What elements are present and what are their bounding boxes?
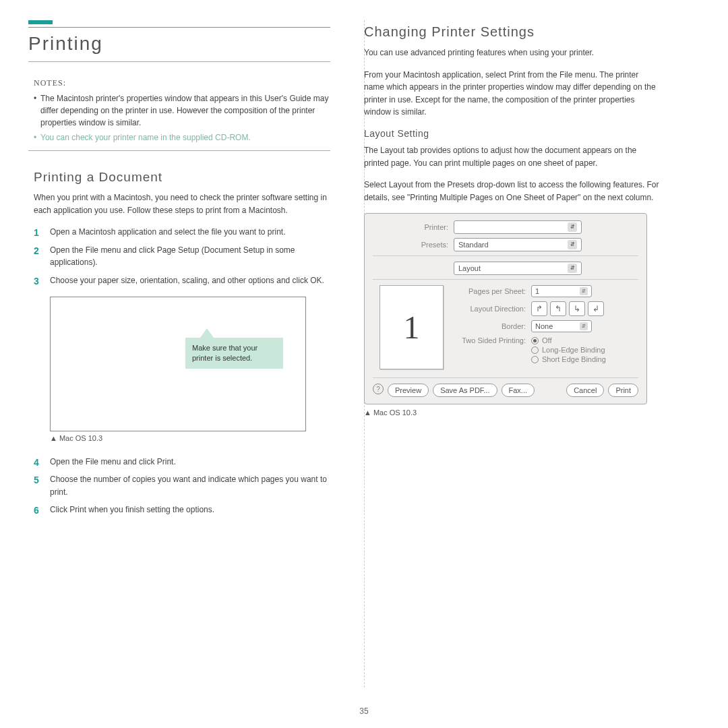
pages-per-sheet-value: 1 — [535, 287, 539, 295]
cancel-button[interactable]: Cancel — [566, 384, 604, 397]
radio-icon — [531, 337, 539, 344]
right-column: Changing Printer Settings You can use ad… — [364, 20, 661, 694]
caption-text: Mac OS 10.3 — [373, 408, 417, 417]
subsection-heading: Layout Setting — [364, 128, 661, 139]
page-preview: 1 — [380, 285, 444, 369]
figure-caption: Mac OS 10.3 — [364, 408, 661, 417]
help-button[interactable]: ? — [373, 384, 384, 394]
section-heading: Printing — [28, 33, 330, 55]
chevron-updown-icon: ⇵ — [580, 322, 588, 330]
two-sided-label: Two Sided Printing: — [457, 336, 531, 344]
radio-icon — [531, 346, 539, 354]
presets-label: Presets: — [373, 241, 454, 249]
notes-list: The Macintosh printer's properties windo… — [34, 92, 330, 144]
step-item: Choose the number of copies you want and… — [34, 473, 330, 498]
intro-paragraph: When you print with a Macintosh, you nee… — [34, 191, 330, 216]
save-as-pdf-button[interactable]: Save As PDF... — [433, 384, 497, 397]
chevron-updown-icon: ⇵ — [568, 222, 577, 232]
note-item-highlight: You can check your printer name in the s… — [34, 131, 330, 144]
rule — [28, 150, 330, 151]
chevron-updown-icon: ⇵ — [580, 287, 588, 295]
step-item: Open a Macintosh application and select … — [34, 226, 330, 239]
step-item: Open the File menu and click Print. — [34, 456, 330, 468]
radio-icon — [531, 356, 539, 363]
presets-select[interactable]: Standard ⇵ — [454, 238, 582, 251]
radio-off[interactable]: Off — [531, 336, 606, 344]
presets-value: Standard — [458, 241, 489, 249]
preview-number: 1 — [404, 309, 420, 346]
chevron-updown-icon: ⇵ — [568, 240, 577, 249]
screenshot-placeholder: Make sure that your printer is selected. — [50, 297, 306, 431]
layout-direction-button-3[interactable]: ↳ — [569, 301, 585, 316]
pages-per-sheet-select[interactable]: 1 ⇵ — [531, 285, 592, 297]
step-item: Open the File menu and click Page Setup … — [34, 244, 330, 269]
pane-value: Layout — [458, 264, 481, 272]
notes-label: NOTES: — [34, 78, 330, 88]
print-button[interactable]: Print — [608, 384, 638, 397]
subsection-heading: Printing a Document — [34, 170, 330, 185]
printer-label: Printer: — [373, 223, 454, 231]
rule — [28, 27, 330, 28]
preview-button[interactable]: Preview — [388, 384, 429, 397]
pages-per-sheet-label: Pages per Sheet: — [457, 287, 531, 295]
paragraph: From your Macintosh application, select … — [364, 69, 661, 119]
layout-direction-button-2[interactable]: ↰ — [550, 301, 566, 316]
printer-select[interactable]: ⇵ — [454, 220, 582, 234]
dialog-divider — [373, 255, 638, 256]
steps-list-a: Open a Macintosh application and select … — [34, 226, 330, 286]
note-item: The Macintosh printer's properties windo… — [34, 92, 330, 129]
figure-caption: Mac OS 10.3 — [50, 434, 330, 442]
border-label: Border: — [457, 322, 531, 330]
radio-long-edge[interactable]: Long-Edge Binding — [531, 346, 606, 354]
step-item: Click Print when you finish setting the … — [34, 504, 330, 516]
paragraph: The Layout tab provides options to adjus… — [364, 144, 661, 169]
callout-tooltip: Make sure that your printer is selected. — [185, 338, 283, 369]
section-heading: Changing Printer Settings — [364, 24, 661, 40]
paragraph: You can use advanced printing features w… — [364, 47, 661, 59]
radio-short-edge[interactable]: Short Edge Binding — [531, 355, 606, 363]
paragraph: Select Layout from the Presets drop-down… — [364, 179, 661, 204]
border-value: None — [535, 322, 553, 330]
dialog-divider — [373, 279, 638, 280]
radio-label: Short Edge Binding — [542, 355, 606, 363]
border-select[interactable]: None ⇵ — [531, 320, 592, 332]
chevron-updown-icon: ⇵ — [568, 264, 577, 273]
layout-direction-button-1[interactable]: ↱ — [531, 301, 547, 316]
print-dialog: Printer: ⇵ Presets: Standard ⇵ Layout ⇵ — [364, 213, 647, 404]
steps-list-b: Open the File menu and click Print. Choo… — [34, 456, 330, 516]
pane-select[interactable]: Layout ⇵ — [454, 262, 582, 275]
page-number: 35 — [359, 706, 368, 716]
radio-label: Long-Edge Binding — [542, 346, 605, 354]
layout-direction-button-4[interactable]: ↲ — [588, 301, 604, 316]
step-item: Choose your paper size, orientation, sca… — [34, 274, 330, 287]
fax-button[interactable]: Fax... — [502, 384, 535, 397]
left-column: Printing NOTES: The Macintosh printer's … — [34, 20, 330, 694]
rule — [28, 61, 330, 62]
radio-label: Off — [542, 336, 551, 344]
accent-bar — [28, 20, 53, 24]
caption-text: Mac OS 10.3 — [59, 434, 102, 442]
layout-direction-label: Layout Direction: — [457, 305, 531, 313]
